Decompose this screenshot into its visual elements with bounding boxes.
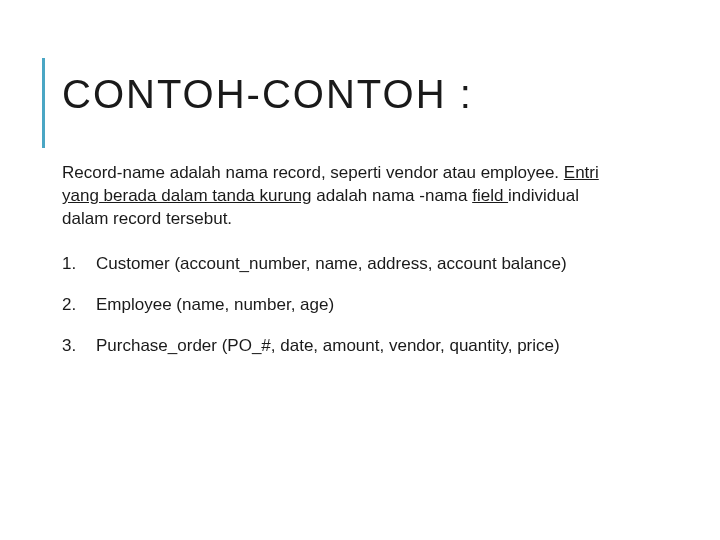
list-item: 1. Customer (account_number, name, addre… bbox=[62, 253, 652, 276]
list-item: 2. Employee (name, number, age) bbox=[62, 294, 652, 317]
list-text: Purchase_order (PO_#, date, amount, vend… bbox=[96, 335, 652, 358]
list-text: Employee (name, number, age) bbox=[96, 294, 652, 317]
list-number: 1. bbox=[62, 253, 96, 276]
example-list: 1. Customer (account_number, name, addre… bbox=[62, 253, 652, 358]
list-number: 3. bbox=[62, 335, 96, 358]
list-text: Customer (account_number, name, address,… bbox=[96, 253, 652, 276]
intro-paragraph: Record-name adalah nama record, seperti … bbox=[62, 162, 622, 231]
slide-content: CONTOH-CONTOH : Record-name adalah nama … bbox=[0, 0, 720, 358]
para-text-1: Record-name adalah nama record, seperti … bbox=[62, 163, 564, 182]
list-item: 3. Purchase_order (PO_#, date, amount, v… bbox=[62, 335, 652, 358]
list-number: 2. bbox=[62, 294, 96, 317]
para-text-2: adalah nama -nama bbox=[312, 186, 473, 205]
slide-title: CONTOH-CONTOH : bbox=[62, 70, 660, 118]
accent-bar bbox=[42, 58, 45, 148]
para-underline-2: field bbox=[472, 186, 508, 205]
